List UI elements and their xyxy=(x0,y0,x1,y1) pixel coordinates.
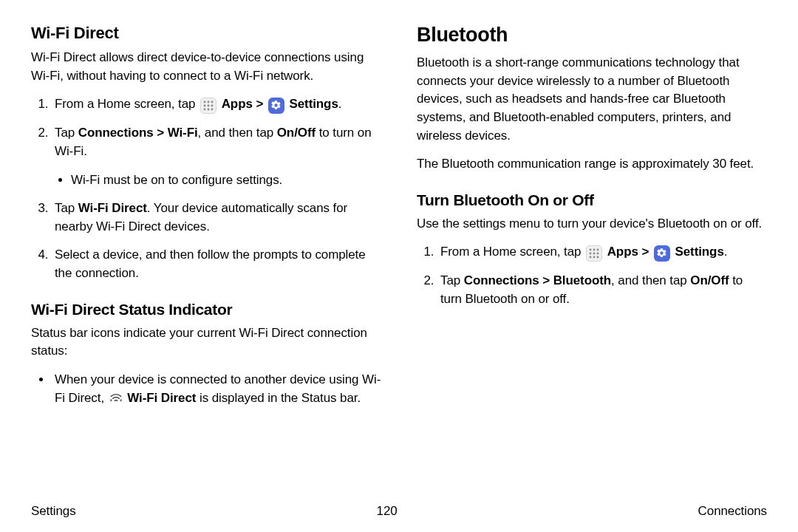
status-intro: Status bar icons indicate your current W… xyxy=(31,324,381,361)
footer-page-number: 120 xyxy=(377,504,398,519)
step2-mid: , and then tap xyxy=(198,126,277,140)
right-column: Bluetooth Bluetooth is a short-range com… xyxy=(417,24,767,497)
status-post: is displayed in the Status bar. xyxy=(196,391,361,405)
status-bullets: When your device is connected to another… xyxy=(31,371,381,407)
status-b: Wi-Fi Direct xyxy=(127,391,196,405)
wifi-direct-icon xyxy=(108,389,124,406)
bt2-mid: , and then tap xyxy=(611,273,690,287)
svg-point-3 xyxy=(204,105,206,107)
bt-step1-pre: From a Home screen, tap xyxy=(440,245,584,259)
chevron-2: > xyxy=(638,245,652,259)
footer-left: Settings xyxy=(31,504,76,519)
svg-point-10 xyxy=(593,249,596,251)
step2-bullet: Wi-Fi must be on to configure settings. xyxy=(71,171,381,190)
step-1: From a Home screen, tap Apps > Settings. xyxy=(52,95,381,114)
heading-bluetooth: Bluetooth xyxy=(417,24,767,47)
svg-point-2 xyxy=(211,101,214,103)
status-bullet: When your device is connected to another… xyxy=(52,371,381,407)
bluetooth-steps: From a Home screen, tap Apps > Settings.… xyxy=(417,243,767,308)
svg-point-15 xyxy=(590,256,592,259)
page-footer: Settings 120 Connections xyxy=(31,504,767,519)
left-column: Wi-Fi Direct Wi-Fi Direct allows direct … xyxy=(31,24,381,497)
turn-intro: Use the settings menu to turn your devic… xyxy=(417,215,767,233)
svg-point-14 xyxy=(597,253,599,255)
svg-point-9 xyxy=(590,249,592,251)
settings-label: Settings xyxy=(675,245,724,259)
apps-label: Apps xyxy=(222,97,253,111)
bt2-pre: Tap xyxy=(440,273,464,287)
step2-pre: Tap xyxy=(55,126,78,140)
step2-b2: On/Off xyxy=(277,126,316,140)
svg-point-8 xyxy=(211,109,214,111)
svg-point-6 xyxy=(204,109,206,111)
step3-pre: Tap xyxy=(55,201,78,215)
step-3: Tap Wi-Fi Direct. Your device automatica… xyxy=(52,200,381,236)
step1-text-pre: From a Home screen, tap xyxy=(55,97,199,111)
svg-point-17 xyxy=(597,256,599,259)
bt-step-2: Tap Connections > Bluetooth, and then ta… xyxy=(437,272,767,308)
settings-icon xyxy=(654,245,670,262)
step2-sublist: Wi-Fi must be on to configure settings. xyxy=(55,171,381,190)
svg-point-12 xyxy=(590,253,592,255)
wifi-direct-intro: Wi-Fi Direct allows direct device-to-dev… xyxy=(31,49,381,85)
settings-label: Settings xyxy=(290,97,338,111)
heading-wifi-direct: Wi-Fi Direct xyxy=(31,24,381,43)
step2-b1: Connections > Wi-Fi xyxy=(78,126,198,140)
bt2-b2: On/Off xyxy=(690,273,729,287)
apps-icon xyxy=(200,98,216,114)
period-2: . xyxy=(724,245,728,259)
heading-status-indicator: Wi-Fi Direct Status Indicator xyxy=(31,301,381,318)
svg-point-5 xyxy=(211,105,214,107)
bt2-b1: Connections > Bluetooth xyxy=(464,273,611,287)
svg-point-1 xyxy=(208,101,210,103)
apps-icon xyxy=(586,245,602,262)
svg-point-13 xyxy=(593,253,596,255)
svg-point-16 xyxy=(593,256,596,259)
svg-point-11 xyxy=(597,249,599,251)
svg-point-7 xyxy=(208,109,210,111)
footer-right: Connections xyxy=(698,504,767,519)
heading-turn-bluetooth: Turn Bluetooth On or Off xyxy=(417,191,767,209)
settings-icon xyxy=(268,98,284,114)
period-1: . xyxy=(338,97,342,111)
chevron-1: > xyxy=(253,97,267,111)
svg-point-0 xyxy=(204,101,206,103)
apps-label: Apps xyxy=(607,245,638,259)
step-2: Tap Connections > Wi-Fi, and then tap On… xyxy=(52,124,381,189)
step-4: Select a device, and then follow the pro… xyxy=(52,246,381,282)
step3-b: Wi-Fi Direct xyxy=(78,201,147,215)
bluetooth-intro: Bluetooth is a short-range communication… xyxy=(417,54,767,145)
bt-step-1: From a Home screen, tap Apps > Settings. xyxy=(437,243,767,262)
wifi-direct-steps: From a Home screen, tap Apps > Settings.… xyxy=(31,95,381,282)
svg-point-4 xyxy=(208,105,210,107)
bluetooth-range: The Bluetooth communication range is app… xyxy=(417,155,767,174)
